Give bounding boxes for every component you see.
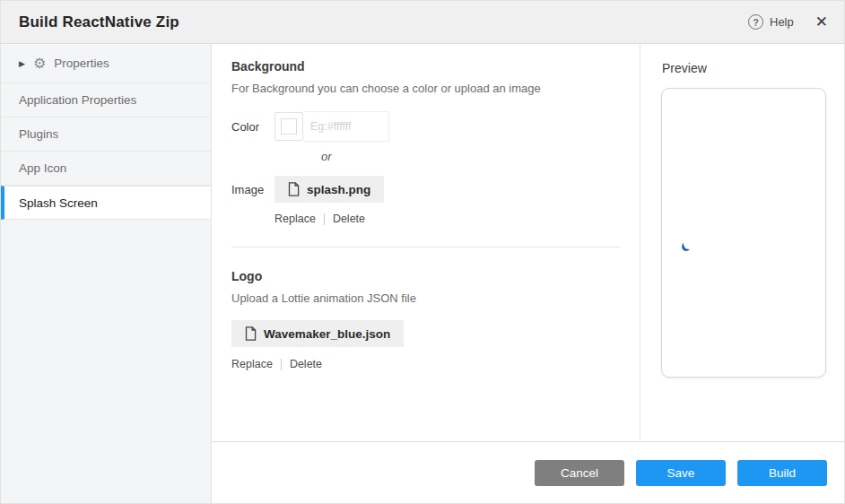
build-reactnative-dialog: Build ReactNative Zip ? Help ✕ ▶ ⚙ Prope… [0,0,845,504]
sidebar-item-plugins[interactable]: Plugins [1,117,211,152]
background-image-chip[interactable]: splash.png [274,176,384,203]
logo-delete-link[interactable]: Delete [290,358,322,370]
header-actions: ? Help ✕ [748,14,828,30]
sidebar-item-label: Application Properties [19,93,136,107]
gear-icon: ⚙ [33,56,46,71]
image-delete-link[interactable]: Delete [333,213,365,225]
help-label[interactable]: Help [770,15,794,29]
or-separator-label: or [321,150,622,163]
sidebar-item-splash-screen[interactable]: Splash Screen [1,186,211,220]
logo-section-title: Logo [231,269,622,283]
link-divider [281,359,282,370]
image-actions: Replace Delete [274,213,622,225]
sidebar-item-label: Splash Screen [19,196,98,210]
background-image-filename: splash.png [307,183,370,196]
logo-replace-link[interactable]: Replace [231,358,273,370]
preview-title: Preview [662,61,825,75]
color-label: Color [231,120,274,134]
document-icon [245,326,257,341]
sidebar-item-label: Plugins [19,127,58,141]
logo-filename: Wavemaker_blue.json [264,327,390,341]
image-replace-link[interactable]: Replace [274,213,316,225]
dialog-footer: Cancel Save Build [212,441,844,503]
link-divider [324,213,325,225]
preview-panel: Preview [640,44,844,441]
help-icon[interactable]: ? [748,14,763,30]
sidebar-item-application-properties[interactable]: Application Properties [1,83,211,117]
cancel-button[interactable]: Cancel [535,460,624,486]
logo-actions: Replace Delete [231,358,622,370]
build-button[interactable]: Build [737,460,827,486]
section-divider [231,247,620,248]
logo-section: Logo Upload a Lottie animation JSON file… [231,269,622,370]
sidebar-item-label: App Icon [19,161,66,175]
dialog-body: ▶ ⚙ Properties Application Properties Pl… [1,44,844,503]
color-control [274,110,389,143]
close-icon[interactable]: ✕ [815,14,828,30]
help-button[interactable]: ? Help [748,14,794,30]
background-section-description: For Background you can choose a color or… [231,82,622,95]
image-field-row: Image splash.png [231,176,622,203]
sidebar-item-properties[interactable]: ▶ ⚙ Properties [1,44,211,83]
sidebar: ▶ ⚙ Properties Application Properties Pl… [1,44,212,503]
content-column: Background For Background you can choose… [212,44,844,503]
dialog-header: Build ReactNative Zip ? Help ✕ [1,1,844,44]
color-input[interactable] [303,111,389,142]
splash-preview-frame [661,88,826,378]
lottie-crescent-icon [684,239,694,249]
logo-section-description: Upload a Lottie animation JSON file [231,291,622,305]
save-button[interactable]: Save [636,460,726,486]
color-swatch-button[interactable] [274,112,303,141]
chevron-right-icon[interactable]: ▶ [19,59,25,68]
background-section-title: Background [231,59,622,74]
color-field-row: Color [231,110,622,143]
document-icon [288,182,300,196]
logo-file-chip[interactable]: Wavemaker_blue.json [231,320,404,347]
dialog-title: Build ReactNative Zip [19,13,179,31]
content-panels: Background For Background you can choose… [212,44,844,441]
splash-screen-panel: Background For Background you can choose… [212,44,640,441]
color-swatch [281,118,297,135]
sidebar-properties-label: Properties [54,56,109,70]
sidebar-item-app-icon[interactable]: App Icon [1,152,211,186]
image-label: Image [231,183,274,196]
